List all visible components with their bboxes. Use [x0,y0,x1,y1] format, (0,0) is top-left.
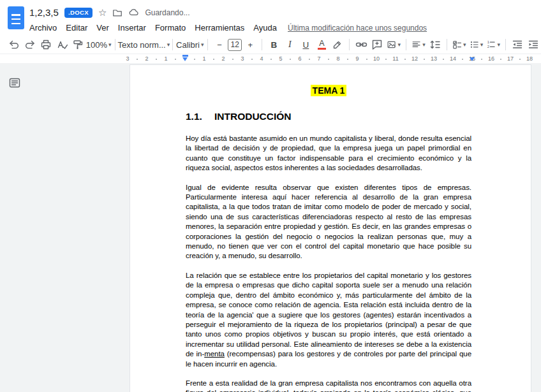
menu-ayuda[interactable]: Ayuda [249,21,281,34]
ruler-tick-dot [213,59,214,60]
redo-button[interactable] [22,37,38,52]
increase-font-size-button[interactable]: + [242,37,258,52]
spellcheck-button[interactable] [54,37,70,52]
ruler-number: 3 [241,55,244,62]
ruler-number: 9 [355,55,359,62]
add-comment-button[interactable] [369,37,385,52]
star-icon[interactable]: ☆ [98,8,107,17]
undo-button[interactable] [6,37,22,52]
text-color-icon: A [318,40,326,50]
insert-image-button[interactable]: ▾ [385,37,402,52]
ruler-number: 16 [488,55,494,62]
topbar: 1,2,3,5 .DOCX ☆ Guardando... Archivo Edi… [0,0,541,36]
font-size-input[interactable]: 12 [228,39,242,51]
align-left-icon [411,39,421,50]
document-outline-button[interactable] [8,76,22,90]
menu-editar[interactable]: Editar [61,21,92,34]
bold-icon: B [271,40,278,50]
ruler-number: 2 [145,55,148,62]
ruler-tick-dot [290,59,291,60]
ruler-tick-dot [328,59,329,60]
italic-button[interactable]: I [282,37,297,52]
ruler-number: 11 [392,55,398,62]
highlight-color-button[interactable] [330,37,345,52]
menu-archivo[interactable]: Archivo [25,21,61,34]
google-docs-window: 1,2,3,5 .DOCX ☆ Guardando... Archivo Edi… [0,0,541,392]
align-button[interactable]: ▾ [410,37,427,52]
section-title: INTRODUCCIÓN [214,111,292,122]
ruler-number: 2 [221,55,225,62]
ruler-tick-dot [385,59,387,60]
bulleted-list-button[interactable]: ▾ [468,37,485,52]
section-number: 1.1. [186,110,214,122]
chevron-down-icon: ▾ [201,42,204,48]
ruler-tick-dot [424,59,425,60]
menu-herramientas[interactable]: Herramientas [190,21,249,34]
line-spacing-button[interactable] [427,37,443,52]
toolbar-separator [406,39,406,50]
ruler-tick-dot [500,59,501,60]
document-canvas: TEMA 1 1.1.INTRODUCCIÓN Hoy día está bas… [0,63,541,392]
highlighted-title: TEMA 1 [311,85,347,96]
ruler[interactable]: 321123456789101112131415161718 [0,55,541,63]
italic-icon: I [288,40,292,50]
menu-insertar[interactable]: Insertar [114,21,151,34]
document-page[interactable]: TEMA 1 1.1.INTRODUCCIÓN Hoy día está bas… [130,64,531,392]
title-row: 1,2,3,5 .DOCX ☆ Guardando... [29,7,189,18]
spellcheck-icon [56,39,68,50]
insert-link-button[interactable] [353,37,369,52]
paint-format-button[interactable] [70,37,85,52]
move-folder-icon[interactable] [112,8,122,18]
docs-logo-icon[interactable] [8,6,24,29]
text-color-button[interactable]: A [314,37,329,52]
comment-plus-icon [371,39,383,50]
numbered-list-icon: 12 [486,39,496,50]
checklist-button[interactable]: ▾ [451,37,468,52]
minus-icon: − [217,40,222,50]
left-indent-marker[interactable] [182,55,188,61]
paint-roller-icon [72,39,84,50]
zoom-select[interactable]: 100% ▾ [86,37,111,52]
toolbar-separator [172,39,173,50]
font-value: Calibri [176,40,200,50]
increase-indent-icon [528,39,539,50]
styles-select[interactable]: Texto norm... ▾ [119,37,168,52]
bold-button[interactable]: B [266,37,281,52]
decrease-indent-button[interactable] [510,37,525,52]
svg-text:1: 1 [487,40,489,44]
ruler-tick-dot [137,59,138,60]
right-indent-marker[interactable] [470,57,475,61]
document-heading-tema: TEMA 1 [186,84,471,97]
ruler-number: 6 [298,55,301,62]
image-icon [387,39,396,50]
chevron-down-icon: ▾ [398,42,401,48]
ruler-tick-dot [347,59,348,60]
chevron-down-icon: ▾ [463,42,466,48]
chevron-down-icon: ▾ [498,42,501,48]
ruler-number: 14 [450,55,456,62]
toolbar-separator [207,39,208,50]
ruler-number: 18 [526,55,533,62]
paragraph-3-rest: (recompensas) para los gestores y de con… [186,350,471,367]
svg-text:2: 2 [487,45,489,48]
font-select[interactable]: Calibri ▾ [177,37,204,52]
print-button[interactable] [38,37,54,52]
toolbar: 100% ▾ Texto norm... ▾ Calibri ▾ − 12 + … [0,36,541,54]
underline-button[interactable]: U [298,37,313,52]
ruler-tick-dot [462,59,463,60]
ruler-number: 10 [373,55,380,62]
last-modified-link[interactable]: Última modificación hace unos segundos [288,24,427,33]
increase-indent-button[interactable] [526,37,541,52]
numbered-list-button[interactable]: 12 ▾ [485,37,501,52]
ruler-number: 8 [336,55,339,62]
document-title[interactable]: 1,2,3,5 [29,7,59,18]
ruler-tick-dot [443,59,444,60]
first-line-indent-marker[interactable] [182,55,188,57]
menu-ver[interactable]: Ver [92,21,114,34]
menu-formato[interactable]: Formato [151,21,190,34]
ruler-tick-dot [175,59,176,60]
zoom-value: 100% [86,40,107,50]
decrease-font-size-button[interactable]: − [212,37,227,52]
cloud-status-icon[interactable] [128,7,139,18]
left-indent-triangle-icon [182,57,188,61]
